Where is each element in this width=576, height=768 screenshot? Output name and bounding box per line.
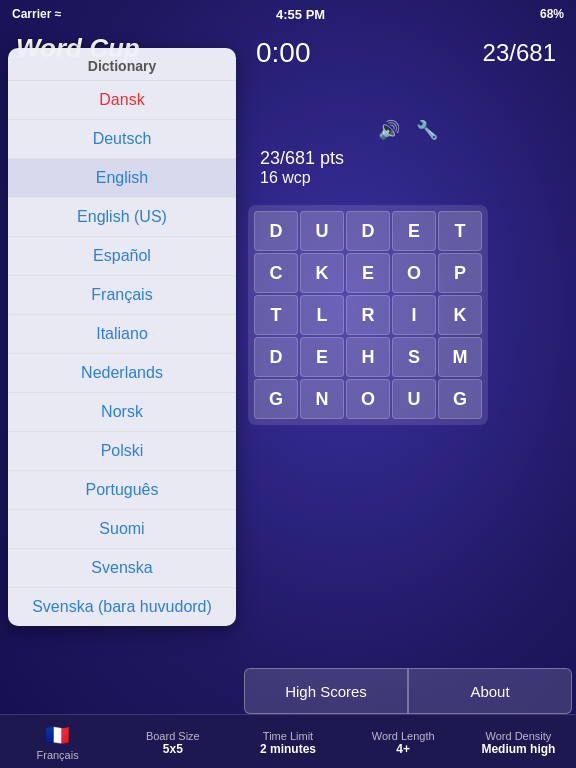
- dict-item-norsk[interactable]: Norsk: [8, 393, 236, 432]
- dict-item-dansk[interactable]: Dansk: [8, 81, 236, 120]
- battery-label: 68%: [540, 7, 564, 21]
- dictionary-header: Dictionary: [8, 48, 236, 81]
- tab-board-size[interactable]: Board Size 5x5: [115, 715, 230, 768]
- timer-display: 0:00: [256, 37, 311, 69]
- pts-label: 23/681 pts: [260, 148, 576, 169]
- grid-cell[interactable]: G: [254, 379, 298, 419]
- wcp-label: 16 wcp: [260, 169, 576, 187]
- top-right-area: 0:00 23/681: [236, 28, 576, 78]
- dict-item-français[interactable]: Français: [8, 276, 236, 315]
- grid-cell[interactable]: S: [392, 337, 436, 377]
- grid-cell[interactable]: E: [346, 253, 390, 293]
- grid-cell[interactable]: N: [300, 379, 344, 419]
- grid-cell[interactable]: T: [438, 211, 482, 251]
- tab-language[interactable]: 🇫🇷 Français: [0, 715, 115, 768]
- grid-cell[interactable]: D: [254, 337, 298, 377]
- tab-time-limit-value: 2 minutes: [260, 742, 316, 756]
- tab-word-length[interactable]: Word Length 4+: [346, 715, 461, 768]
- dict-item-nederlands[interactable]: Nederlands: [8, 354, 236, 393]
- dict-item-deutsch[interactable]: Deutsch: [8, 120, 236, 159]
- dict-item-português[interactable]: Português: [8, 471, 236, 510]
- grid-cell[interactable]: O: [346, 379, 390, 419]
- grid-cell[interactable]: M: [438, 337, 482, 377]
- tab-language-label: Français: [37, 749, 79, 761]
- grid-cell[interactable]: U: [300, 211, 344, 251]
- tab-word-density-header: Word Density: [486, 730, 552, 742]
- grid-cell[interactable]: R: [346, 295, 390, 335]
- high-scores-button[interactable]: High Scores: [244, 668, 408, 714]
- tab-word-density-value: Medium high: [481, 742, 555, 756]
- sound-icon[interactable]: 🔊: [378, 119, 400, 141]
- dict-item-english-us[interactable]: English (US): [8, 198, 236, 237]
- dictionary-list: DanskDeutschEnglishEnglish (US)EspañolFr…: [8, 81, 236, 626]
- dict-item-italiano[interactable]: Italiano: [8, 315, 236, 354]
- letter-grid-container: DUDETCKEOPTLRIKDEHSMGNOUG: [248, 205, 488, 425]
- tab-board-size-value: 5x5: [163, 742, 183, 756]
- flag-icon: 🇫🇷: [45, 723, 70, 747]
- grid-cell[interactable]: H: [346, 337, 390, 377]
- icons-row: 🔊 🔧: [240, 115, 576, 145]
- grid-cell[interactable]: K: [300, 253, 344, 293]
- about-button[interactable]: About: [408, 668, 572, 714]
- grid-cell[interactable]: K: [438, 295, 482, 335]
- pts-area: 23/681 pts 16 wcp: [240, 148, 576, 187]
- score-display: 23/681: [483, 39, 556, 67]
- grid-cell[interactable]: D: [346, 211, 390, 251]
- grid-cell[interactable]: P: [438, 253, 482, 293]
- grid-cell[interactable]: C: [254, 253, 298, 293]
- grid-cell[interactable]: D: [254, 211, 298, 251]
- tab-bar: 🇫🇷 Français Board Size 5x5 Time Limit 2 …: [0, 714, 576, 768]
- dict-item-svenska[interactable]: Svenska: [8, 549, 236, 588]
- tab-word-length-value: 4+: [396, 742, 410, 756]
- grid-cell[interactable]: U: [392, 379, 436, 419]
- grid-cell[interactable]: E: [300, 337, 344, 377]
- dict-item-english[interactable]: English: [8, 159, 236, 198]
- grid-cell[interactable]: G: [438, 379, 482, 419]
- dict-item-suomi[interactable]: Suomi: [8, 510, 236, 549]
- time-label: 4:55 PM: [276, 7, 325, 22]
- tab-word-density[interactable]: Word Density Medium high: [461, 715, 576, 768]
- dictionary-panel: Dictionary DanskDeutschEnglishEnglish (U…: [8, 48, 236, 626]
- dict-item-svenska-bara-huvudord[interactable]: Svenska (bara huvudord): [8, 588, 236, 626]
- grid-cell[interactable]: O: [392, 253, 436, 293]
- grid-cell[interactable]: E: [392, 211, 436, 251]
- tab-time-limit[interactable]: Time Limit 2 minutes: [230, 715, 345, 768]
- tab-time-limit-header: Time Limit: [263, 730, 313, 742]
- action-buttons: High Scores About: [240, 668, 576, 714]
- carrier-label: Carrier ≈: [12, 7, 61, 21]
- dict-item-polski[interactable]: Polski: [8, 432, 236, 471]
- letter-grid: DUDETCKEOPTLRIKDEHSMGNOUG: [254, 211, 482, 419]
- tab-board-size-header: Board Size: [146, 730, 200, 742]
- grid-cell[interactable]: I: [392, 295, 436, 335]
- tab-word-length-header: Word Length: [372, 730, 435, 742]
- grid-cell[interactable]: L: [300, 295, 344, 335]
- grid-cell[interactable]: T: [254, 295, 298, 335]
- dict-item-español[interactable]: Español: [8, 237, 236, 276]
- settings-icon[interactable]: 🔧: [416, 119, 438, 141]
- status-bar: Carrier ≈ 4:55 PM 68%: [0, 0, 576, 28]
